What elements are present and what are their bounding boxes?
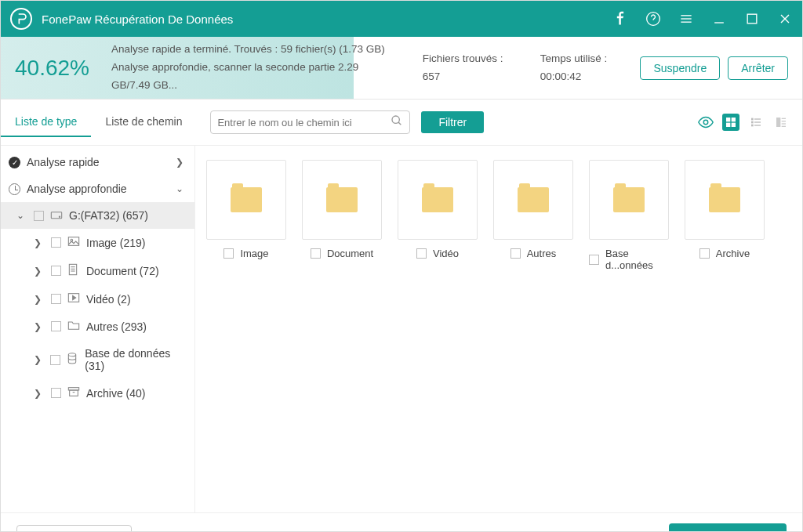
- archive-icon: [67, 386, 80, 400]
- svg-rect-12: [732, 118, 736, 121]
- chevron-right-icon: ❯: [34, 237, 45, 248]
- chevron-right-icon: ❯: [34, 388, 45, 399]
- checkbox[interactable]: [51, 237, 61, 248]
- svg-rect-22: [782, 118, 786, 119]
- checkbox[interactable]: [589, 255, 599, 265]
- tree-item-document[interactable]: ❯ Document (72): [1, 256, 194, 285]
- video-icon: [67, 292, 80, 306]
- list-view-icon[interactable]: [747, 114, 765, 131]
- checkbox[interactable]: [51, 266, 61, 276]
- folder-icon: [422, 187, 453, 212]
- checkbox[interactable]: [511, 248, 521, 259]
- folder-icon: [326, 187, 358, 212]
- suspend-button[interactable]: Suspendre: [640, 56, 720, 80]
- svg-rect-24: [782, 123, 786, 124]
- search-box[interactable]: [210, 110, 410, 134]
- svg-rect-5: [747, 14, 757, 24]
- tree-item-image[interactable]: ❯ Image (219): [1, 229, 194, 256]
- database-icon: [67, 353, 78, 367]
- folder-icon: [518, 187, 549, 212]
- tree-item-database[interactable]: ❯ Base de données (31): [1, 340, 194, 379]
- main-area: ✓ Analyse rapide ❯ Analyse approfondie ⌄…: [1, 146, 802, 512]
- folder-card[interactable]: Document: [302, 160, 382, 271]
- folder-icon: [231, 187, 262, 212]
- svg-point-8: [392, 116, 399, 123]
- titlebar: FonePaw Récupération De Données: [1, 1, 802, 37]
- progress-percent: 40.62%: [15, 56, 89, 81]
- filter-button[interactable]: Filtrer: [421, 111, 484, 133]
- check-icon: ✓: [9, 157, 20, 168]
- folder-card[interactable]: Vidéo: [398, 160, 478, 271]
- svg-marker-35: [73, 295, 76, 299]
- stop-button[interactable]: Arrêter: [728, 56, 788, 80]
- chevron-right-icon: ❯: [34, 266, 45, 277]
- detail-view-icon[interactable]: [772, 114, 790, 131]
- folder-icon: [67, 320, 80, 333]
- checkbox[interactable]: [699, 248, 710, 259]
- chevron-right-icon: ❯: [34, 294, 45, 305]
- svg-rect-13: [726, 123, 730, 127]
- svg-rect-11: [726, 118, 730, 121]
- svg-rect-17: [751, 121, 754, 124]
- document-icon: [67, 263, 80, 278]
- tree-label: Archive (40): [86, 387, 145, 400]
- files-found: Fichiers trouvés : 657: [423, 50, 514, 86]
- help-icon[interactable]: [645, 11, 661, 27]
- home-button[interactable]: Accueil: [16, 525, 132, 533]
- grid-view-icon[interactable]: [722, 114, 739, 131]
- folder-card[interactable]: Base d...onnées: [589, 160, 669, 271]
- tree-item-archive[interactable]: ❯ Archive (40): [1, 379, 194, 407]
- folder-card[interactable]: Autres: [493, 160, 573, 271]
- toolbar: Liste de type Liste de chemin Filtrer: [1, 100, 802, 146]
- tree-label: Image (219): [86, 237, 145, 249]
- tree-deep-scan[interactable]: Analyse approfondie ⌄: [1, 176, 194, 202]
- checkbox[interactable]: [223, 248, 234, 259]
- folder-label: Archive: [716, 248, 750, 259]
- svg-rect-20: [754, 125, 761, 125]
- maximize-icon[interactable]: [744, 11, 760, 27]
- tree-item-video[interactable]: ❯ Vidéo (2): [1, 285, 194, 313]
- checkbox[interactable]: [51, 321, 61, 331]
- folder-label: Autres: [527, 248, 557, 259]
- tree-label: Vidéo (2): [86, 293, 131, 306]
- checkbox[interactable]: [34, 211, 44, 221]
- content-grid: Image Document Vidéo Autres Base d...onn…: [195, 146, 802, 512]
- svg-rect-15: [751, 118, 754, 121]
- search-input[interactable]: [217, 117, 391, 128]
- preview-icon[interactable]: [697, 114, 714, 131]
- tree-label: Analyse approfondie: [27, 183, 169, 195]
- minimize-icon[interactable]: [711, 11, 727, 27]
- folder-label: Vidéo: [433, 248, 459, 259]
- folder-label: Base d...onnées: [605, 248, 669, 271]
- drive-icon: [50, 209, 63, 222]
- tab-path-list[interactable]: Liste de chemin: [91, 107, 196, 137]
- checkbox[interactable]: [51, 388, 61, 398]
- checkbox[interactable]: [416, 248, 427, 259]
- folder-card[interactable]: Archive: [685, 160, 765, 271]
- svg-rect-21: [776, 118, 780, 127]
- folder-card[interactable]: Image: [206, 160, 286, 271]
- checkbox[interactable]: [50, 355, 60, 365]
- image-icon: [67, 236, 80, 249]
- progress-line-1: Analyse rapide a terminé. Trouvés : 59 f…: [111, 41, 396, 59]
- svg-rect-19: [751, 125, 754, 127]
- checkbox[interactable]: [311, 248, 321, 259]
- recover-button[interactable]: Récupérer: [669, 523, 787, 532]
- chevron-right-icon: ❯: [34, 321, 45, 332]
- tree-quick-scan[interactable]: ✓ Analyse rapide ❯: [1, 149, 194, 176]
- svg-point-27: [59, 216, 60, 217]
- tree-label: Base de données (31): [85, 347, 187, 372]
- menu-icon[interactable]: [678, 11, 694, 27]
- checkbox[interactable]: [51, 294, 61, 304]
- close-icon[interactable]: [777, 11, 793, 27]
- facebook-icon[interactable]: [612, 11, 628, 27]
- tab-type-list[interactable]: Liste de type: [1, 107, 91, 137]
- footer: Accueil Sélectionné(s) : 1 fichiers/1.66…: [1, 512, 802, 532]
- search-icon[interactable]: [391, 114, 403, 130]
- tree-drive[interactable]: ⌄ G:(FAT32) (657): [1, 202, 194, 229]
- svg-rect-16: [754, 118, 761, 119]
- folder-label: Image: [240, 248, 268, 259]
- tree-item-others[interactable]: ❯ Autres (293): [1, 313, 194, 340]
- svg-point-36: [69, 353, 76, 356]
- time-used: Temps utilisé : 00:00:42: [540, 50, 641, 86]
